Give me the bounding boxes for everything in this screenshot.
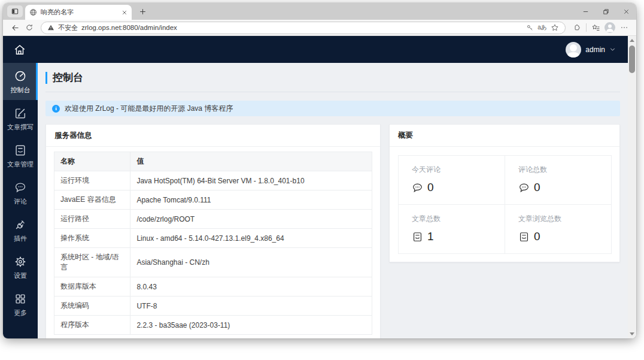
sidebar-item-label: 控制台	[11, 86, 31, 95]
stat-value: 1	[412, 230, 499, 243]
page-title-row: 控制台	[45, 63, 620, 92]
new-tab-button[interactable]	[135, 4, 150, 19]
stat-number: 0	[534, 230, 540, 243]
sidebar-item-dashboard[interactable]: 控制台	[3, 63, 38, 100]
row-label: 运行路径	[54, 210, 130, 229]
row-value: Asia/Shanghai - CN/zh	[130, 248, 372, 277]
address-bar[interactable]: 不安全 zrlog.ops.net:8080/admin/index aあ	[41, 22, 566, 34]
scroll-up-arrow[interactable]	[630, 39, 634, 42]
comments-icon	[14, 181, 27, 194]
stat-label: 文章浏览总数	[518, 214, 605, 224]
stat-number: 0	[427, 181, 434, 194]
stats-grid: 今天评论 0 评论总数	[398, 155, 611, 253]
minimize-icon	[582, 8, 589, 15]
row-value: /code/zrlog/ROOT	[130, 210, 372, 229]
grid-icon	[14, 292, 27, 305]
ellipsis-icon	[620, 23, 628, 32]
minimize-button[interactable]	[575, 3, 596, 20]
page-scrollbar[interactable]	[628, 36, 636, 338]
sidebar-item-label: 更多	[14, 308, 27, 317]
sidebar-item-label: 插件	[14, 234, 27, 243]
stat-label: 今天评论	[412, 165, 499, 175]
tab-close-icon[interactable]	[121, 10, 127, 16]
comment-icon	[412, 182, 423, 193]
stat-value: 0	[518, 230, 605, 243]
edit-icon	[14, 107, 27, 120]
sidebar-item-more[interactable]: 更多	[3, 286, 38, 323]
sidebar-item-label: 设置	[14, 271, 27, 280]
user-avatar	[566, 42, 581, 58]
table-row: 操作系统 Linux - amd64 - 5.14.0-427.13.1.el9…	[54, 229, 372, 248]
welcome-text: 欢迎使用 ZrLog - 可能是最好用的开源 Java 博客程序	[65, 104, 233, 114]
toolbar-divider	[586, 23, 587, 32]
gear-icon	[14, 255, 27, 268]
server-info-panel: 服务器信息 名称 值 运行环境 Java HotSpot(TM) 64-Bit …	[45, 124, 381, 338]
table-row: 系统时区 - 地域/语言 Asia/Shanghai - CN/zh	[54, 248, 372, 277]
sidebar-item-settings[interactable]: 设置	[3, 249, 38, 286]
scrollbar-thumb[interactable]	[629, 46, 635, 73]
stat-today-comments: 今天评论 0	[398, 155, 505, 205]
articles-icon	[14, 144, 27, 157]
browser-tab[interactable]: 响亮的名字	[25, 5, 132, 20]
stat-total-views: 文章浏览总数 0	[505, 204, 612, 254]
settings-menu-button[interactable]	[617, 21, 631, 34]
server-info-table: 名称 值 运行环境 Java HotSpot(TM) 64-Bit Server…	[54, 152, 372, 335]
table-row: 运行路径 /code/zrlog/ROOT	[54, 210, 372, 229]
row-label: 操作系统	[54, 229, 130, 248]
app-header: admin	[3, 36, 628, 63]
plus-icon	[139, 8, 147, 16]
row-label: JavaEE 容器信息	[54, 190, 130, 210]
page-title: 控制台	[45, 72, 620, 84]
row-value: Linux - amd64 - 5.14.0-427.13.1.el9_4.x8…	[130, 229, 372, 248]
row-value: Apache Tomcat/9.0.111	[130, 190, 372, 210]
gauge-icon	[14, 69, 27, 83]
overview-panel-title: 概要	[390, 125, 619, 147]
sidebar-item-write-article[interactable]: 文章撰写	[3, 100, 38, 137]
browser-toolbar: 不安全 zrlog.ops.net:8080/admin/index aあ	[3, 20, 636, 36]
home-icon[interactable]	[13, 43, 26, 56]
scroll-down-arrow[interactable]	[630, 332, 634, 335]
stat-number: 1	[427, 230, 434, 243]
plugin-icon	[14, 218, 27, 231]
globe-favicon-icon	[29, 8, 37, 16]
tab-actions-button[interactable]	[7, 5, 23, 17]
table-row: JavaEE 容器信息 Apache Tomcat/9.0.111	[54, 190, 372, 210]
url-text[interactable]: zrlog.ops.net:8080/admin/index	[81, 24, 177, 31]
user-menu[interactable]: admin	[566, 42, 616, 58]
translate-icon[interactable]: aあ	[537, 23, 547, 32]
refresh-button[interactable]	[22, 21, 37, 34]
row-value: UTF-8	[130, 297, 372, 316]
overview-panel-body: 今天评论 0 评论总数	[390, 147, 619, 262]
favorites-star-icon[interactable]	[551, 23, 559, 32]
row-label: 运行环境	[54, 171, 130, 190]
row-value: 8.0.43	[130, 277, 372, 297]
chevron-down-icon	[609, 46, 616, 53]
back-button[interactable]	[8, 21, 22, 34]
extensions-button[interactable]	[570, 21, 584, 34]
sidebar-item-plugins[interactable]: 插件	[3, 211, 38, 249]
restore-icon	[603, 8, 609, 15]
favorites-hub-button[interactable]	[588, 21, 603, 34]
table-row: 系统编码 UTF-8	[54, 297, 372, 316]
security-label[interactable]: 不安全	[58, 23, 78, 32]
table-row: 程序版本 2.2.3 - ba35aae (2023-03-11)	[54, 316, 372, 335]
profile-button[interactable]	[603, 21, 617, 34]
column-header-name: 名称	[54, 152, 130, 171]
sidebar-item-comments[interactable]: 评论	[3, 174, 38, 211]
stat-number: 0	[534, 181, 540, 194]
close-button[interactable]	[616, 3, 636, 20]
panels-row: 服务器信息 名称 值 运行环境 Java HotSpot(TM) 64-Bit …	[45, 124, 620, 338]
main-content: 控制台 i 欢迎使用 ZrLog - 可能是最好用的开源 Java 博客程序 服…	[38, 63, 628, 338]
not-secure-warning-icon	[47, 24, 54, 31]
row-label: 系统时区 - 地域/语言	[54, 248, 130, 277]
sidebar-item-manage-articles[interactable]: 文章管理	[3, 137, 38, 174]
article-icon	[412, 231, 423, 243]
stat-label: 评论总数	[518, 165, 605, 175]
close-icon	[623, 8, 630, 15]
restore-button[interactable]	[596, 3, 616, 20]
password-key-icon[interactable]	[526, 24, 534, 32]
stat-value: 0	[518, 181, 605, 194]
profile-avatar-icon	[604, 22, 615, 33]
article-icon	[518, 231, 530, 243]
table-row: 运行环境 Java HotSpot(TM) 64-Bit Server VM -…	[54, 171, 372, 190]
